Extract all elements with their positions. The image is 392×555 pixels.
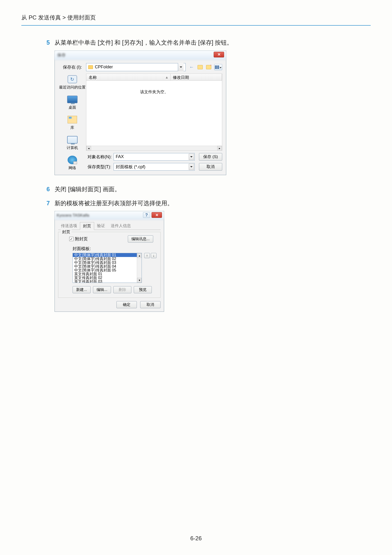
save-type-field[interactable]: 封面模板 (*.cpf) <box>114 163 195 171</box>
new-folder-icon[interactable] <box>206 64 212 70</box>
save-in-label: 保存在 (I): <box>59 64 86 70</box>
computer-icon <box>67 136 78 144</box>
list-item[interactable]: 中文(简体字)传真封面 01 <box>73 253 142 257</box>
cover-dialog-screenshot: Kyocera TASKalfa ? ✕ 传送选项 封页 验证 送件人信息 封页… <box>55 211 164 312</box>
help-button[interactable]: ? <box>143 212 150 218</box>
checkbox-icon: ✓ <box>69 237 73 241</box>
network-icon <box>68 156 77 164</box>
step6-text: 关闭 [编辑封面页] 画面。 <box>55 185 371 194</box>
tab-verify[interactable]: 验证 <box>94 222 108 230</box>
step6-number: 6 <box>39 186 50 193</box>
list-item[interactable]: 中文(简体字)传真封面 04 <box>73 265 142 268</box>
scroll-left-icon[interactable]: ◂ <box>86 146 91 151</box>
saveas-titlebar: 保存 <box>55 51 226 60</box>
move-down-button[interactable]: ↓ <box>151 253 157 258</box>
obj-name-label: 对象名称(N): <box>86 154 114 160</box>
template-list[interactable]: 中文(简体字)传真封面 01 中文(简体字)传真封面 02 中文(简体字)传真封… <box>72 253 142 283</box>
list-item[interactable]: 中文(简体字)传真封面 03 <box>73 261 142 265</box>
close-button[interactable]: ✕ <box>214 52 224 58</box>
sidebar-library-label: 库 <box>71 125 74 130</box>
save-type-label: 保存类型(T): <box>86 164 114 170</box>
cover-group: 封页 ✓ 附封页 编辑讯息... 封面模板: 中文(简体字)传真封面 01 中文… <box>58 232 161 298</box>
new-button[interactable]: 新建... <box>72 286 91 293</box>
dropdown-icon[interactable] <box>178 63 184 71</box>
tab-cover[interactable]: 封页 <box>80 222 94 230</box>
sidebar-desktop[interactable]: 桌面 <box>67 95 78 110</box>
col-date[interactable]: 修改日期 <box>171 74 222 80</box>
tab-send-options[interactable]: 传送选项 <box>58 222 80 230</box>
attach-cover-label: 附封页 <box>75 236 88 242</box>
recent-icon <box>68 75 77 83</box>
sidebar-recent-label: 最近访问的位置 <box>59 85 86 90</box>
sidebar-desktop-label: 桌面 <box>69 105 76 110</box>
sidebar-network-label: 网络 <box>69 166 76 171</box>
sidebar-library[interactable]: 库 <box>67 115 78 130</box>
saveas-dialog-screenshot: 保存 ✕ 保存在 (I): CPFolder ← <box>55 51 226 175</box>
list-item[interactable]: 中文(简体字)传真封面 05 <box>73 268 142 272</box>
tab-sender-info[interactable]: 送件人信息 <box>108 222 134 230</box>
edit-message-button[interactable]: 编辑讯息... <box>128 235 153 242</box>
list-header: 名称 ▴ 修改日期 <box>86 73 222 81</box>
dropdown-icon[interactable] <box>189 164 194 170</box>
page-number: 6-26 <box>0 535 392 542</box>
list-item[interactable]: 英文传真封面 01 <box>73 272 142 276</box>
preview-button[interactable]: 预览 <box>134 286 152 293</box>
views-icon[interactable] <box>214 64 222 70</box>
step5-text: 从菜单栏中单击 [文件] 和 [另存为]，输入文件名并单击 [保存] 按钮。 <box>55 38 371 47</box>
up-folder-icon[interactable] <box>197 64 203 70</box>
cancel-button[interactable]: 取消 <box>199 163 222 171</box>
step7-number: 7 <box>39 200 50 207</box>
list-item[interactable]: 英文传真封面 02 <box>73 276 142 280</box>
v-scrollbar[interactable]: ▴ ▾ <box>137 253 142 283</box>
list-body: 该文件夹为空。 ◂ ▸ <box>86 81 222 151</box>
col-name[interactable]: 名称 ▴ <box>86 74 171 80</box>
desktop-icon <box>67 96 78 103</box>
obj-name-field[interactable]: FAX <box>114 153 195 161</box>
step5-number: 5 <box>39 39 50 46</box>
scroll-right-icon[interactable]: ▸ <box>217 146 222 151</box>
list-item[interactable]: 中文(简体字)传真封面 02 <box>73 257 142 261</box>
template-list-label: 封面模板: <box>62 246 157 252</box>
scroll-down-icon[interactable]: ▾ <box>137 278 142 283</box>
move-up-button[interactable]: ↑ <box>144 253 150 258</box>
dropdown-icon[interactable] <box>189 154 194 160</box>
back-icon[interactable]: ← <box>189 64 195 70</box>
cover-title-blur: Kyocera TASKalfa <box>57 213 89 218</box>
tabs: 传送选项 封页 验证 送件人信息 <box>58 222 161 230</box>
breadcrumb: 从 PC 发送传真 > 使用封面页 <box>21 14 371 26</box>
close-button[interactable]: ✕ <box>151 212 162 218</box>
attach-cover-checkbox[interactable]: ✓ 附封页 <box>69 236 88 242</box>
h-scrollbar[interactable]: ◂ ▸ <box>86 146 222 150</box>
save-in-path[interactable]: CPFolder <box>86 63 186 71</box>
folder-icon <box>88 65 93 69</box>
cover-group-title: 封页 <box>61 229 72 235</box>
edit-button[interactable]: 编辑... <box>93 286 111 293</box>
save-in-foldername: CPFolder <box>95 65 113 70</box>
delete-button[interactable]: 删除 <box>113 286 131 293</box>
sidebar-recent[interactable]: 最近访问的位置 <box>59 74 86 90</box>
saveas-title: 保存 <box>57 52 66 58</box>
sidebar-network[interactable]: 网络 <box>67 155 78 171</box>
step7-text: 新的模板将被注册至列表顶部并可选择使用。 <box>55 199 371 208</box>
cancel-button[interactable]: 取消 <box>140 301 161 308</box>
sidebar-computer[interactable]: 计算机 <box>67 135 78 150</box>
scroll-up-icon[interactable]: ▴ <box>137 253 142 258</box>
sidebar-computer-label: 计算机 <box>67 146 78 150</box>
save-button[interactable]: 保存 (S) <box>199 153 222 161</box>
library-icon <box>68 116 77 123</box>
list-item[interactable]: 英文传真封面 03 <box>73 280 142 283</box>
ok-button[interactable]: 确定 <box>116 301 137 308</box>
empty-folder-text: 该文件夹为空。 <box>140 90 168 94</box>
